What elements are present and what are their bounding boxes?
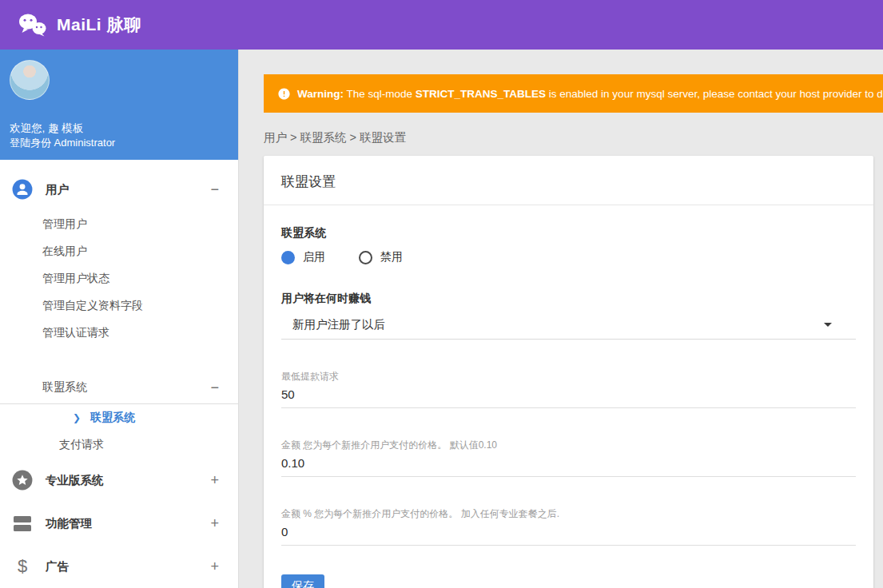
radio-label: 启用 bbox=[303, 250, 325, 264]
radio-label: 禁用 bbox=[380, 250, 403, 264]
affiliate-system-radio-group: 启用 禁用 bbox=[281, 250, 856, 264]
person-icon bbox=[12, 179, 33, 200]
sidebar-item-user-status[interactable]: 管理用户状态 bbox=[0, 265, 238, 292]
sidebar-item-affiliate-group[interactable]: 联盟系统 − bbox=[0, 377, 238, 404]
settings-card: 联盟设置 联盟系统 启用 禁用 bbox=[264, 156, 873, 588]
breadcrumb-separator: > bbox=[287, 131, 300, 144]
sidebar-item-users[interactable]: 用户 − bbox=[0, 168, 238, 211]
top-bar: MaiLi 脉聊 bbox=[0, 0, 883, 50]
min-withdraw-field: 最低提款请求 50 bbox=[281, 370, 856, 408]
expand-icon[interactable]: + bbox=[210, 516, 219, 530]
warning-text: The sql-mode bbox=[344, 88, 416, 100]
sidebar-item-features[interactable]: 功能管理 + bbox=[0, 502, 238, 545]
dollar-icon: $ bbox=[12, 556, 33, 577]
sidebar-item-pro-system[interactable]: 专业版系统 + bbox=[0, 459, 238, 502]
chevron-right-icon: ❯ bbox=[73, 412, 81, 423]
earn-when-select[interactable]: 新用户注册了以后 bbox=[281, 314, 856, 340]
breadcrumb-affiliate-system[interactable]: 联盟系统 bbox=[300, 131, 347, 144]
main-content: Warning: The sql-mode STRICT_TRANS_TABLE… bbox=[239, 50, 883, 588]
min-withdraw-label: 最低提款请求 bbox=[281, 370, 856, 383]
sidebar-item-manage-users[interactable]: 管理用户 bbox=[0, 211, 238, 238]
sidebar-menu: 用户 − 管理用户 在线用户 管理用户状态 管理自定义资料字段 管理认证请求 bbox=[0, 160, 238, 588]
amount-per-referral-field: 金额 您为每个新推介用户支付的价格。 默认值0.10 0.10 bbox=[281, 439, 856, 477]
app-window: MaiLi 脉聊 欢迎您, 趣 模板 登陆身份 Administrator bbox=[0, 0, 883, 588]
sidebar-item-affiliate-active[interactable]: ❯ 联盟系统 bbox=[0, 404, 238, 431]
radio-unselected-icon[interactable] bbox=[359, 251, 372, 264]
wechat-logo-icon bbox=[18, 13, 46, 37]
radio-option-disable[interactable]: 禁用 bbox=[359, 250, 403, 264]
chevron-down-icon bbox=[824, 323, 832, 327]
app-title: MaiLi 脉聊 bbox=[57, 14, 141, 36]
breadcrumb-separator: > bbox=[347, 131, 360, 144]
amount-per-referral-label: 金额 您为每个新推介用户支付的价格。 默认值0.10 bbox=[281, 439, 856, 452]
sidebar-item-verification-requests[interactable]: 管理认证请求 bbox=[0, 320, 238, 347]
sidebar-item-online-users[interactable]: 在线用户 bbox=[0, 238, 238, 265]
warning-prefix: Warning: bbox=[297, 88, 344, 100]
warning-info-icon bbox=[277, 87, 291, 101]
sidebar-item-payment-requests[interactable]: 支付请求 bbox=[0, 431, 238, 459]
sidebar-item-custom-fields[interactable]: 管理自定义资料字段 bbox=[0, 292, 238, 320]
affiliate-system-label: 联盟系统 bbox=[281, 226, 856, 240]
sidebar: 欢迎您, 趣 模板 登陆身份 Administrator 用户 − bbox=[0, 50, 239, 588]
collapse-icon[interactable]: − bbox=[210, 380, 219, 395]
amount-pct-per-referral-field: 金额 % 您为每个新推介用户支付的价格。 加入任何专业套餐之后. 0 bbox=[281, 507, 856, 546]
radio-option-enable[interactable]: 启用 bbox=[281, 250, 325, 264]
min-withdraw-input[interactable]: 50 bbox=[281, 387, 856, 401]
sidebar-profile: 欢迎您, 趣 模板 登陆身份 Administrator bbox=[0, 50, 238, 160]
earn-when-selected-value: 新用户注册了以后 bbox=[292, 317, 385, 332]
radio-selected-icon[interactable] bbox=[281, 251, 295, 264]
breadcrumb: 用户 > 联盟系统 > 联盟设置 bbox=[264, 130, 883, 145]
welcome-text: 欢迎您, 趣 模板 bbox=[10, 121, 227, 136]
warning-banner: Warning: The sql-mode STRICT_TRANS_TABLE… bbox=[264, 74, 883, 113]
expand-icon[interactable]: + bbox=[210, 473, 219, 487]
user-avatar[interactable] bbox=[10, 60, 50, 100]
warning-sql-mode: STRICT_TRANS_TABLES bbox=[416, 88, 546, 100]
star-icon bbox=[12, 470, 33, 491]
expand-icon[interactable]: + bbox=[210, 559, 219, 574]
stacked-bars-icon bbox=[12, 513, 33, 534]
sidebar-item-label: 用户 bbox=[46, 182, 210, 197]
amount-per-referral-input[interactable]: 0.10 bbox=[281, 456, 856, 470]
collapse-icon[interactable]: − bbox=[210, 182, 219, 197]
sidebar-item-ads[interactable]: $ 广告 + bbox=[0, 545, 238, 588]
earn-when-label: 用户将在何时赚钱 bbox=[281, 292, 856, 306]
breadcrumb-affiliate-settings[interactable]: 联盟设置 bbox=[360, 131, 406, 144]
amount-pct-per-referral-input[interactable]: 0 bbox=[281, 525, 856, 538]
login-role-text: 登陆身份 Administrator bbox=[10, 136, 227, 150]
warning-text: is enabled in your mysql server, please … bbox=[546, 88, 883, 100]
amount-pct-per-referral-label: 金额 % 您为每个新推介用户支付的价格。 加入任何专业套餐之后. bbox=[281, 507, 856, 521]
card-title: 联盟设置 bbox=[264, 156, 873, 205]
save-button[interactable]: 保存 bbox=[281, 574, 324, 588]
breadcrumb-users[interactable]: 用户 bbox=[264, 131, 287, 144]
